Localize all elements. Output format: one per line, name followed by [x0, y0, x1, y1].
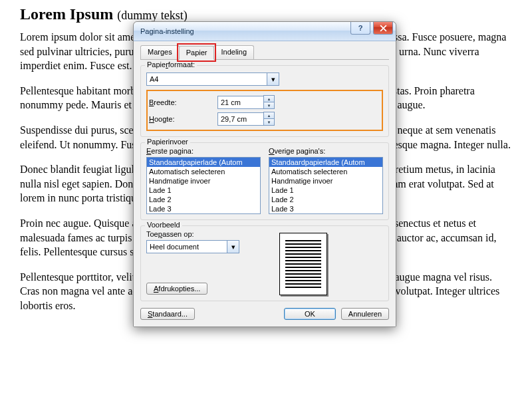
- other-pages-label: Overige pagina's:: [269, 147, 383, 155]
- tab-paper[interactable]: Papier: [179, 46, 215, 60]
- page-preview: [279, 233, 327, 295]
- preview-group: Voorbeeld Toepassen op: Heel document ▾ …: [140, 225, 389, 301]
- first-page-label: Eerste pagina:: [146, 147, 261, 155]
- list-item[interactable]: Lade 3: [269, 204, 382, 213]
- ok-button[interactable]: OK: [284, 308, 336, 320]
- list-item[interactable]: Standaardpapierlade (Autom: [147, 158, 260, 167]
- height-label: Hoogte:: [149, 115, 217, 123]
- highlight-orange: Breedte: ▲▼ Hoogte: ▲▼: [146, 90, 383, 131]
- list-item[interactable]: Lade 1: [269, 186, 382, 195]
- chevron-down-icon: ▾: [227, 241, 239, 253]
- tab-margins[interactable]: Marges: [140, 45, 180, 59]
- list-item[interactable]: Lade 2: [269, 195, 382, 204]
- paper-feed-group: Papierinvoer Eerste pagina: Standaardpap…: [140, 142, 389, 220]
- print-options-button[interactable]: Afdrukopties...: [146, 283, 207, 295]
- other-pages-listbox[interactable]: Standaardpapierlade (Autom Automatisch s…: [269, 157, 383, 214]
- tab-layout[interactable]: Indeling: [213, 45, 254, 59]
- preview-label: Voorbeeld: [145, 221, 182, 229]
- chevron-down-icon: ▾: [267, 73, 279, 85]
- close-button[interactable]: [373, 22, 393, 35]
- first-page-listbox[interactable]: Standaardpapierlade (Autom Automatisch s…: [146, 157, 261, 214]
- dialog-titlebar[interactable]: Pagina-instelling ?: [134, 22, 396, 41]
- list-item[interactable]: Automatisch selecteren: [147, 167, 260, 176]
- spin-down-icon[interactable]: ▼: [264, 118, 274, 125]
- width-input[interactable]: [217, 96, 263, 109]
- spin-up-icon[interactable]: ▲: [264, 96, 274, 102]
- dialog-footer: Standaard... OK Annuleren: [140, 308, 389, 320]
- spin-down-icon[interactable]: ▼: [264, 102, 274, 108]
- dialog-title: Pagina-instelling: [140, 27, 194, 35]
- height-spinner[interactable]: ▲▼: [217, 112, 275, 126]
- list-item[interactable]: Handmatige invoer: [269, 176, 382, 186]
- list-item[interactable]: Automatisch selecteren: [269, 167, 382, 176]
- paper-feed-label: Papierinvoer: [145, 138, 190, 146]
- close-icon: [380, 25, 387, 32]
- doc-title-sub: (dummy tekst): [117, 9, 188, 22]
- doc-title-main: Lorem Ipsum: [20, 5, 113, 23]
- default-button[interactable]: Standaard...: [140, 308, 195, 320]
- width-spinner[interactable]: ▲▼: [217, 95, 275, 109]
- tab-strip: Marges Papier Indeling: [140, 45, 389, 60]
- spin-up-icon[interactable]: ▲: [264, 112, 274, 118]
- doc-title: Lorem Ipsum (dummy tekst): [20, 5, 512, 23]
- list-item[interactable]: Standaardpapierlade (Autom: [269, 158, 382, 167]
- paper-format-value: A4: [150, 75, 158, 83]
- list-item[interactable]: Lade 1: [147, 186, 260, 195]
- width-label: Breedte:: [149, 98, 217, 106]
- apply-to-combo[interactable]: Heel document ▾: [146, 240, 239, 253]
- apply-to-value: Heel document: [150, 243, 199, 251]
- list-item[interactable]: Lade 3: [147, 204, 260, 213]
- help-button[interactable]: ?: [350, 22, 370, 35]
- list-item[interactable]: Handmatige invoer: [147, 176, 260, 186]
- list-item[interactable]: Lade 2: [147, 195, 260, 204]
- cancel-button[interactable]: Annuleren: [341, 308, 389, 320]
- apply-to-label: Toepassen op:: [146, 230, 259, 238]
- height-input[interactable]: [217, 112, 263, 126]
- page-setup-dialog: Pagina-instelling ? Marges Papier Indeli…: [133, 21, 396, 327]
- paper-format-combo[interactable]: A4 ▾: [146, 72, 279, 86]
- paper-format-group: Papierformaat: A4 ▾ Breedte: ▲▼ Hoogte:: [140, 65, 389, 137]
- paper-format-label: Papierformaat:: [145, 61, 197, 68]
